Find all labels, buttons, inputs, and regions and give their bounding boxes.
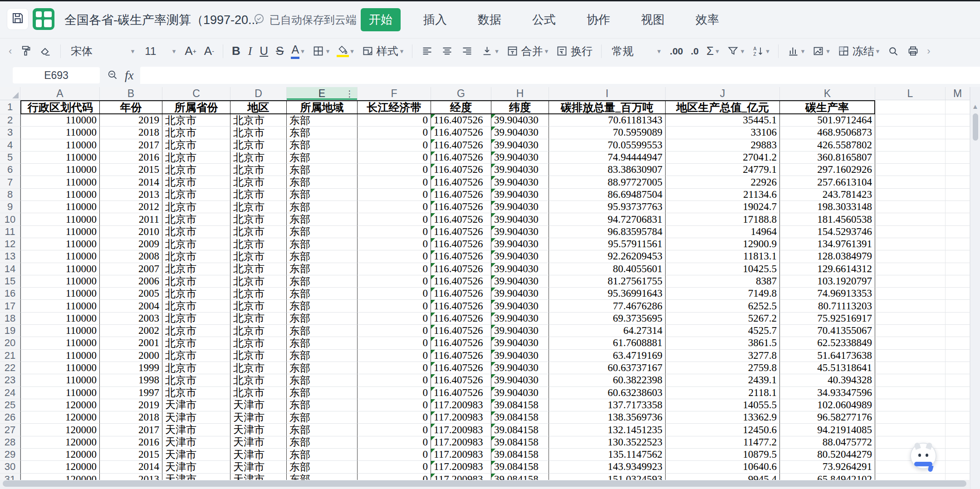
cell[interactable] (946, 325, 970, 337)
cell[interactable]: 39.084158 (491, 399, 549, 411)
cell[interactable] (946, 226, 970, 238)
cell[interactable]: 39.904030 (491, 275, 549, 288)
insert-image-button[interactable]: ▾ (809, 41, 833, 61)
cell[interactable]: 96.58277176 (780, 411, 875, 424)
column-header-J[interactable]: J (666, 87, 780, 100)
cell[interactable]: 4525.7 (666, 325, 780, 337)
cell[interactable]: 88.0475772 (780, 436, 875, 449)
cell[interactable]: 10640.6 (666, 461, 780, 473)
ribbon-tab-公式[interactable]: 公式 (524, 8, 564, 31)
row-header-6[interactable]: 6 (0, 164, 20, 176)
cell[interactable]: 88.97727005 (549, 176, 666, 188)
cell[interactable]: 116.407526 (431, 238, 491, 250)
cell[interactable] (875, 399, 946, 411)
cell[interactable] (875, 387, 946, 399)
more-tools-button[interactable]: › (924, 41, 933, 61)
cell[interactable]: 0 (358, 238, 431, 250)
cell[interactable]: 110000 (20, 263, 100, 275)
cell[interactable]: 0 (358, 226, 431, 238)
cell[interactable] (946, 313, 970, 325)
cell[interactable]: 东部 (287, 337, 358, 349)
cell[interactable]: 北京市 (230, 250, 287, 263)
column-header-H[interactable]: H (491, 87, 549, 100)
cell[interactable]: 0 (358, 263, 431, 275)
cell[interactable]: 0 (358, 387, 431, 399)
cell[interactable]: 0 (358, 213, 431, 225)
cell[interactable]: 2014 (100, 461, 162, 473)
cell[interactable]: 33106 (666, 127, 780, 139)
cell[interactable]: 45.51318641 (780, 362, 875, 374)
column-header-A[interactable]: A (20, 87, 100, 100)
cell[interactable]: 北京市 (162, 337, 230, 349)
cell[interactable]: 北京市 (230, 325, 287, 337)
cell[interactable]: 天津市 (162, 461, 230, 473)
underline-button[interactable]: U (256, 41, 271, 61)
cell[interactable]: 1998 (100, 374, 162, 386)
cell[interactable]: 2016 (100, 152, 162, 164)
cell[interactable]: 110000 (20, 238, 100, 250)
cell[interactable]: 2439.1 (666, 374, 780, 386)
cell[interactable]: 40.394328 (780, 374, 875, 386)
cell[interactable]: 39.084158 (491, 436, 549, 449)
cell[interactable]: 39.084158 (491, 411, 549, 424)
cell[interactable] (946, 350, 970, 362)
spreadsheet-app-icon[interactable] (33, 8, 54, 30)
cell[interactable]: 181.4560538 (780, 213, 875, 225)
cell[interactable]: 24779.1 (666, 164, 780, 176)
cell[interactable]: 75.92516917 (780, 313, 875, 325)
cell[interactable]: 110000 (20, 226, 100, 238)
cell[interactable]: 35445.1 (666, 114, 780, 127)
cell[interactable]: 61.7608881 (549, 337, 666, 349)
cell[interactable]: 东部 (287, 350, 358, 362)
cell[interactable]: 北京市 (162, 263, 230, 275)
cell[interactable]: 11813.1 (666, 250, 780, 263)
cell[interactable]: 0 (358, 411, 431, 424)
cell[interactable]: 2010 (100, 226, 162, 238)
cell[interactable]: 110000 (20, 152, 100, 164)
header-cell[interactable]: 碳排放总量_百万吨 (549, 100, 666, 114)
cell[interactable]: 110000 (20, 374, 100, 386)
cell[interactable]: 120000 (20, 411, 100, 424)
row-header-8[interactable]: 8 (0, 189, 20, 201)
cell[interactable]: 198.3033148 (780, 201, 875, 213)
font-size-select[interactable]: 11▾ (140, 41, 180, 61)
cell[interactable]: 北京市 (230, 263, 287, 275)
cell[interactable] (946, 461, 970, 473)
row-header-13[interactable]: 13 (0, 250, 20, 263)
cell[interactable]: 0 (358, 300, 431, 312)
bold-button[interactable]: B (229, 41, 244, 61)
cell[interactable]: 132.1451235 (549, 424, 666, 436)
column-header-C[interactable]: C (162, 87, 230, 100)
cell[interactable]: 0 (358, 461, 431, 473)
vertical-align-button[interactable]: ▾ (478, 41, 502, 61)
cell[interactable]: 北京市 (230, 288, 287, 300)
row-header-2[interactable]: 2 (0, 114, 20, 127)
cell[interactable]: 北京市 (230, 374, 287, 386)
cell[interactable]: 110000 (20, 189, 100, 201)
cell[interactable] (875, 189, 946, 201)
cell[interactable]: 北京市 (162, 189, 230, 201)
filter-button[interactable]: ▾ (724, 41, 748, 61)
column-header-L[interactable]: L (875, 87, 946, 100)
cell[interactable]: 116.407526 (431, 189, 491, 201)
cell[interactable]: 116.407526 (431, 164, 491, 176)
cell[interactable]: 117.200983 (431, 424, 491, 436)
cell[interactable]: 39.904030 (491, 325, 549, 337)
cell[interactable]: 东部 (287, 189, 358, 201)
cell[interactable]: 北京市 (162, 325, 230, 337)
cell[interactable]: 1997 (100, 387, 162, 399)
cell[interactable]: 257.6613104 (780, 176, 875, 188)
row-header-14[interactable]: 14 (0, 263, 20, 275)
cell[interactable]: 110000 (20, 250, 100, 263)
cell[interactable]: 天津市 (162, 399, 230, 411)
cell[interactable]: 39.904030 (491, 288, 549, 300)
cell[interactable]: 6252.5 (666, 300, 780, 312)
cell[interactable]: 北京市 (162, 114, 230, 127)
cell[interactable]: 21134.6 (666, 189, 780, 201)
cell[interactable]: 东部 (287, 164, 358, 176)
cell[interactable]: 94.21914085 (780, 424, 875, 436)
row-header-17[interactable]: 17 (0, 300, 20, 312)
cell[interactable]: 12450.6 (666, 424, 780, 436)
row-header-26[interactable]: 26 (0, 411, 20, 424)
cell[interactable]: 116.407526 (431, 114, 491, 127)
